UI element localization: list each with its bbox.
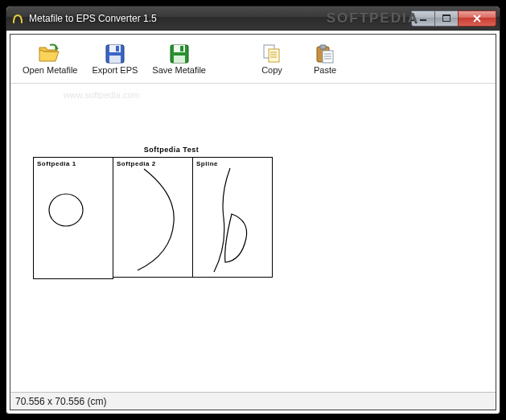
toolbar-label: Copy	[261, 65, 282, 75]
svg-rect-6	[109, 56, 121, 63]
paste-icon	[312, 43, 338, 65]
panel-1: Softpedia 1	[33, 157, 113, 279]
status-dimensions: 70.556 x 70.556 (cm)	[15, 396, 106, 407]
title-bar[interactable]: Metafile to EPS Converter 1.5	[6, 6, 500, 31]
panel-3: Spline	[192, 157, 273, 278]
svg-point-22	[49, 194, 83, 226]
close-button[interactable]	[458, 10, 496, 27]
svg-rect-2	[442, 14, 450, 16]
copy-button[interactable]: Copy	[245, 38, 298, 80]
svg-rect-0	[420, 19, 426, 21]
folder-open-icon	[37, 43, 63, 65]
svg-rect-5	[116, 46, 119, 51]
svg-rect-12	[269, 49, 279, 62]
toolbar-label: Save Metafile	[152, 65, 206, 75]
spline-shape	[193, 158, 274, 278]
toolbar-label: Open Metafile	[23, 65, 77, 75]
status-bar: 70.556 x 70.556 (cm)	[10, 392, 496, 410]
window-controls	[412, 10, 496, 27]
svg-rect-9	[180, 46, 183, 51]
floppy-blue-icon	[102, 43, 128, 65]
metafile-drawing: Softpedia Test Softpedia 1 Softpedia 2	[33, 146, 310, 279]
drawing-title: Softpedia Test	[33, 146, 310, 154]
canvas-area[interactable]: www.softpedia.com Softpedia Test Softped…	[10, 84, 496, 392]
panel-2: Softpedia 2	[113, 157, 193, 278]
app-window: Metafile to EPS Converter 1.5 SOFTPEDIA	[6, 6, 500, 414]
save-metafile-button[interactable]: Save Metafile	[145, 38, 213, 80]
app-icon	[11, 12, 24, 25]
curve-shape	[113, 158, 194, 278]
floppy-green-icon	[167, 43, 192, 65]
watermark-url: www.softpedia.com	[64, 90, 140, 100]
toolbar-label: Paste	[314, 65, 336, 75]
svg-rect-10	[174, 56, 185, 63]
drawing-panels: Softpedia 1 Softpedia 2 Spline	[33, 157, 310, 279]
export-eps-button[interactable]: Export EPS	[84, 38, 145, 80]
client-area: Open Metafile Export EPS	[10, 34, 496, 410]
minimize-button[interactable]	[411, 10, 435, 27]
window-title: Metafile to EPS Converter 1.5	[29, 13, 412, 24]
open-metafile-button[interactable]: Open Metafile	[15, 38, 84, 80]
toolbar-label: Export EPS	[92, 65, 138, 75]
copy-icon	[259, 43, 285, 65]
circle-shape	[34, 158, 114, 278]
paste-button[interactable]: Paste	[298, 38, 352, 80]
maximize-button[interactable]	[434, 10, 459, 27]
svg-rect-17	[320, 45, 326, 49]
toolbar: Open Metafile Export EPS	[10, 35, 496, 84]
